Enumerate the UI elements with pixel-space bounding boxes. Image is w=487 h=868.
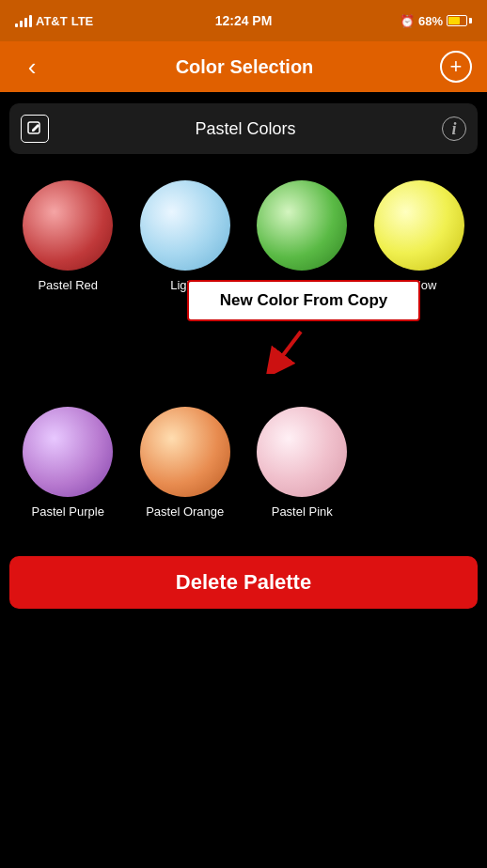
color-ball-orange	[140, 407, 230, 497]
color-ball-red	[23, 180, 113, 271]
color-ball-pink	[257, 407, 347, 497]
color-label-pink: Pastel Pink	[272, 504, 333, 520]
tooltip-arrow-icon	[263, 327, 320, 374]
color-item-pastel-pink[interactable]: Pastel Pink	[244, 399, 361, 532]
edit-palette-button[interactable]	[21, 115, 49, 143]
status-time: 12:24 PM	[215, 13, 273, 28]
status-right: ⏰ 68%	[400, 14, 472, 28]
tooltip-text: New Color From Copy	[220, 291, 388, 309]
status-bar: AT&T LTE 12:24 PM ⏰ 68%	[0, 0, 487, 41]
color-item-pastel-purple[interactable]: Pastel Purple	[9, 399, 127, 532]
signal-bars-icon	[15, 15, 32, 27]
color-label-purple: Pastel Purple	[32, 504, 104, 520]
palette-header: Pastel Colors i	[9, 103, 478, 154]
tooltip-box: New Color From Copy	[187, 280, 420, 321]
color-grid-row2: Pastel Purple Pastel Orange Pastel Pink	[0, 399, 487, 541]
palette-name: Pastel Colors	[60, 119, 431, 139]
info-icon-label: i	[451, 119, 456, 139]
color-ball-blue	[140, 180, 230, 271]
svg-line-2	[275, 332, 301, 366]
color-item-pastel-orange[interactable]: Pastel Orange	[127, 399, 244, 532]
tooltip-overlay: New Color From Copy	[187, 280, 420, 331]
delete-palette-label: Delete Palette	[176, 570, 311, 595]
battery-icon	[447, 15, 472, 26]
info-button[interactable]: i	[442, 116, 466, 141]
color-ball-yellow	[374, 180, 464, 271]
back-button[interactable]: ‹	[15, 50, 49, 84]
status-left: AT&T LTE	[15, 14, 93, 28]
color-label-red: Pastel Red	[38, 278, 98, 294]
battery-percent: 68%	[418, 14, 443, 28]
nav-bar: ‹ Color Selection +	[0, 41, 487, 92]
carrier-label: AT&T	[36, 14, 68, 28]
page-title: Color Selection	[176, 56, 314, 78]
alarm-icon: ⏰	[400, 14, 415, 28]
color-item-pastel-red[interactable]: Pastel Red	[9, 173, 127, 305]
delete-palette-button[interactable]: Delete Palette	[9, 556, 478, 609]
network-type-label: LTE	[71, 14, 94, 28]
color-ball-purple	[23, 407, 113, 497]
add-color-button[interactable]: +	[440, 51, 472, 83]
color-ball-green	[257, 180, 347, 271]
color-label-orange: Pastel Orange	[146, 504, 224, 520]
